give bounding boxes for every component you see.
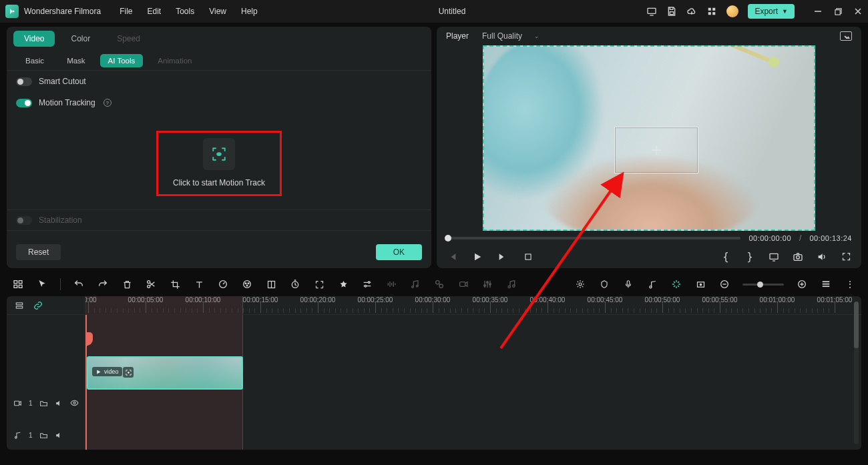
crop-icon[interactable] [169, 278, 181, 290]
menu-edit[interactable]: Edit [148, 7, 162, 16]
undo-icon[interactable] [73, 278, 85, 290]
list-view-icon[interactable] [820, 278, 832, 290]
svg-rect-13 [14, 281, 17, 284]
smart-cutout-toggle[interactable] [16, 77, 32, 86]
display-button[interactable] [768, 251, 780, 263]
frame-icon[interactable] [694, 278, 706, 290]
stabilization-row: Stabilization [7, 209, 431, 231]
motion-track-icon [209, 144, 229, 164]
zoom-in-button[interactable] [796, 278, 808, 290]
quality-dropdown[interactable]: Full Quality ⌄ [482, 31, 539, 41]
ruler-label: 00:00:05:00 [128, 296, 164, 304]
reset-button[interactable]: Reset [16, 244, 61, 260]
marker-icon[interactable] [598, 278, 610, 290]
speed-icon[interactable] [217, 278, 229, 290]
keyframe-icon[interactable] [265, 278, 277, 290]
track-visibility-icon[interactable] [70, 399, 79, 408]
mark-out-button[interactable]: } [744, 251, 756, 263]
tab-basic[interactable]: Basic [17, 54, 52, 67]
duration-icon[interactable] [289, 278, 301, 290]
cursor-icon[interactable] [36, 278, 48, 290]
detect-icon[interactable] [313, 278, 325, 290]
motion-track-target[interactable] [614, 127, 698, 173]
tab-mask[interactable]: Mask [59, 54, 93, 67]
cloud-icon[interactable] [686, 6, 697, 17]
delete-icon[interactable] [121, 278, 133, 290]
zoom-out-button[interactable] [718, 278, 730, 290]
close-button[interactable] [853, 7, 863, 16]
color-icon[interactable] [241, 278, 253, 290]
split-icon[interactable] [145, 278, 157, 290]
clip-label: video [92, 367, 122, 376]
maximize-button[interactable] [833, 7, 843, 16]
adjustment-icon[interactable] [361, 278, 373, 290]
stabilization-toggle [16, 216, 32, 225]
snapshot-button[interactable] [840, 31, 852, 41]
svg-rect-39 [627, 281, 630, 285]
device-icon[interactable] [646, 6, 657, 17]
tab-ai-tools[interactable]: AI Tools [100, 54, 144, 67]
next-frame-button[interactable] [497, 251, 509, 263]
svg-rect-14 [14, 285, 17, 288]
mark-in-button[interactable]: { [720, 251, 732, 263]
fullscreen-button[interactable] [840, 251, 852, 263]
music-icon[interactable] [646, 278, 658, 290]
timeline-tracks[interactable]: 00:0000:00:05:0000:00:10:0000:00:15:0000… [85, 296, 861, 450]
start-motion-track-button[interactable] [203, 138, 235, 170]
play-button[interactable] [471, 251, 483, 263]
track-folder-icon[interactable] [39, 399, 48, 408]
user-avatar[interactable] [726, 5, 738, 17]
ruler-label: 00:00:55:00 [702, 296, 738, 304]
redo-icon[interactable] [97, 278, 109, 290]
timeline-ruler[interactable]: 00:0000:00:05:0000:00:10:0000:00:15:0000… [85, 296, 861, 315]
svg-rect-5 [713, 12, 716, 15]
more-icon[interactable]: ⋮ [844, 278, 856, 290]
green-screen-icon[interactable] [337, 278, 349, 290]
ok-button[interactable]: OK [376, 244, 422, 260]
link-icon[interactable] [33, 301, 43, 310]
apps-icon[interactable] [706, 6, 717, 17]
zoom-slider[interactable] [742, 284, 784, 286]
motion-tracking-toggle[interactable] [16, 99, 32, 107]
menu-help[interactable]: Help [241, 7, 258, 16]
volume-button[interactable] [816, 251, 828, 263]
track-mute-icon[interactable] [55, 399, 63, 408]
stop-button[interactable] [522, 251, 534, 263]
timeline-scrollbar[interactable] [854, 302, 859, 444]
audio-track-icon [13, 431, 22, 440]
tracks-icon[interactable] [12, 278, 24, 290]
tab-color[interactable]: Color [60, 31, 101, 47]
scrubber-handle[interactable] [445, 235, 451, 242]
minimize-button[interactable] [813, 7, 823, 16]
timeline-area: ⋮ 1 1 00: [0, 272, 868, 456]
menu-file[interactable]: File [120, 7, 132, 16]
timeline-clip-area[interactable]: video [85, 315, 861, 450]
ruler-label: 00:00:35:00 [473, 296, 508, 304]
track-mute-icon[interactable] [55, 431, 63, 440]
tab-video[interactable]: Video [13, 31, 55, 47]
playhead-handle[interactable] [85, 332, 93, 346]
svg-point-42 [700, 284, 702, 286]
save-icon[interactable] [666, 6, 677, 17]
render-icon[interactable] [574, 278, 586, 290]
video-preview[interactable] [483, 45, 815, 231]
menu-view[interactable]: View [209, 7, 226, 16]
svg-rect-2 [708, 8, 711, 11]
collapse-tracks-icon[interactable] [15, 301, 24, 310]
mic-icon[interactable] [622, 278, 634, 290]
info-icon[interactable]: ? [103, 99, 112, 107]
scrubber-track[interactable] [446, 237, 740, 240]
zoom-slider-handle[interactable] [757, 282, 763, 288]
camera-button[interactable] [792, 251, 804, 263]
track-folder-icon[interactable] [39, 431, 48, 440]
auto-icon[interactable] [670, 278, 682, 290]
svg-rect-49 [16, 306, 22, 308]
menu-tools[interactable]: Tools [176, 7, 194, 16]
scrollbar-thumb[interactable] [854, 302, 859, 348]
export-button[interactable]: Export ▼ [748, 4, 795, 19]
text-icon[interactable] [193, 278, 205, 290]
video-clip[interactable]: video [87, 356, 243, 390]
stabilization-label: Stabilization [39, 215, 82, 225]
titlebar-actions: Export ▼ [646, 4, 863, 19]
record-icon [457, 278, 469, 290]
